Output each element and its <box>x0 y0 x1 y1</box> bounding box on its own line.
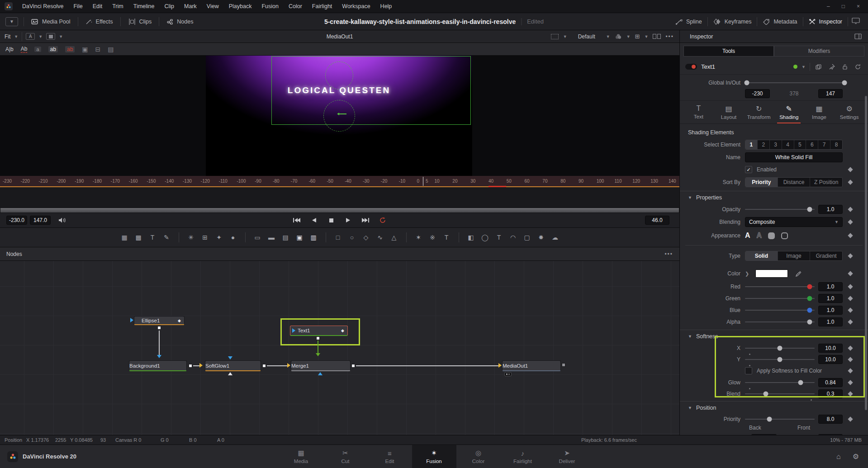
graph-node[interactable]: Merge1 <box>291 360 351 371</box>
blue-keyframe-diamond[interactable] <box>848 307 853 312</box>
window-control-icon[interactable]: □ <box>842 3 845 9</box>
fusion-tool-icon[interactable]: ◯ <box>478 232 492 243</box>
menu-item[interactable]: Edit <box>88 0 108 13</box>
graph-node[interactable]: Background1 <box>129 360 187 371</box>
range-end-handle[interactable] <box>842 80 847 85</box>
fusion-tool-icon[interactable]: ⊞ <box>198 232 212 243</box>
media-pool-button[interactable]: Media Pool <box>26 13 76 30</box>
softness-section-header[interactable]: ▼ Softness <box>680 330 868 342</box>
range-start-field[interactable]: -230.0 <box>6 216 27 225</box>
fusion-tool-icon[interactable]: △ <box>387 232 401 243</box>
time-ruler[interactable]: -230-220-210-200-190-180-170-160-150-140… <box>0 176 679 187</box>
fusion-tool-icon[interactable]: ▬ <box>265 232 279 243</box>
background-output-port[interactable] <box>189 364 192 368</box>
text-format-icon[interactable]: ▣ <box>82 46 88 53</box>
softness-y-value[interactable]: 10.0 <box>818 355 843 364</box>
color-keyframe-diamond[interactable] <box>848 271 853 276</box>
fusion-tool-icon[interactable]: ✦ <box>212 232 226 243</box>
ellipse-input-port[interactable] <box>130 318 133 322</box>
menu-item[interactable]: Fusion <box>256 0 284 13</box>
inspector-section-tab[interactable]: ▤ Layout <box>717 104 740 123</box>
softglow-mask-port[interactable] <box>228 372 232 375</box>
sort-keyframe-diamond[interactable] <box>848 180 853 184</box>
input-triangle-icon[interactable] <box>498 363 502 368</box>
ellipse-output-port[interactable] <box>157 326 161 330</box>
page-tab[interactable]: ≡ Edit <box>368 445 412 468</box>
graph-node[interactable]: Text1 ◆ <box>290 326 348 336</box>
blue-value[interactable]: 1.0 <box>818 306 843 315</box>
audio-mute-icon[interactable] <box>58 217 67 224</box>
viewer-options-menu[interactable]: ••• <box>665 33 674 40</box>
position-section-header[interactable]: ▼ Position <box>680 401 868 414</box>
fusion-tool-icon[interactable]: ○ <box>345 232 359 243</box>
loop-button[interactable] <box>377 215 388 225</box>
menu-item[interactable]: Trim <box>107 0 128 13</box>
color-wheels-icon[interactable] <box>615 33 622 39</box>
inspector-section-tab[interactable]: ✎ Shading <box>777 104 801 123</box>
clips-button[interactable]: Clips <box>123 13 157 30</box>
graph-node[interactable]: Ellipse1 ◆ <box>134 316 185 325</box>
roi-icon[interactable] <box>551 34 559 39</box>
inspector-panel-icon[interactable] <box>854 33 862 39</box>
type-keyframe-diamond[interactable] <box>848 253 853 258</box>
fusion-tool-icon[interactable]: ● <box>226 232 240 243</box>
sort-option-button[interactable]: Z Position <box>810 178 842 187</box>
red-keyframe-diamond[interactable] <box>848 284 853 289</box>
sort-option-button[interactable]: Distance <box>778 178 811 187</box>
lut-select[interactable]: Default <box>572 33 602 40</box>
effects-button[interactable]: Effects <box>80 13 119 30</box>
merge-output-port[interactable] <box>351 364 355 368</box>
priority-value[interactable]: 8.0 <box>818 415 843 424</box>
menu-item[interactable]: File <box>68 0 87 13</box>
copy-settings-icon[interactable] <box>814 64 823 70</box>
element-segment-button[interactable]: 5 <box>794 140 806 149</box>
menu-item[interactable]: Color <box>284 0 307 13</box>
fusion-tool-icon[interactable]: T <box>440 232 454 243</box>
range-end-field[interactable]: 147.0 <box>30 216 51 225</box>
viewer-canvas[interactable]: LOGICAL QUESTEN <box>0 56 679 176</box>
alpha-keyframe-diamond[interactable] <box>848 319 853 324</box>
graph-node[interactable]: SoftGlow1 <box>205 360 261 371</box>
fusion-tool-icon[interactable]: ▢ <box>520 232 534 243</box>
appearance-fill-shape-button[interactable] <box>768 232 775 239</box>
fusion-tool-icon[interactable]: T <box>492 232 506 243</box>
softglow-output-port[interactable] <box>262 364 266 368</box>
sort-option-button[interactable]: Priority <box>745 178 778 187</box>
nodes-button[interactable]: Nodes <box>161 13 199 30</box>
fusion-tool-icon[interactable]: ▦ <box>118 232 132 243</box>
window-control-icon[interactable]: – <box>827 3 830 9</box>
enabled-checkbox[interactable]: ✓ <box>745 166 752 173</box>
glow-keyframe-diamond[interactable] <box>848 380 853 385</box>
graph-node[interactable]: MediaOut1 <box>502 360 561 371</box>
enabled-keyframe-diamond[interactable] <box>848 167 853 172</box>
page-tab[interactable]: ♪ Fairlight <box>501 445 545 468</box>
timeline-scrollbar[interactable] <box>0 208 679 213</box>
menu-item[interactable]: Timeline <box>128 0 160 13</box>
priority-slider[interactable] <box>745 419 815 420</box>
play-reverse-button[interactable] <box>308 215 319 225</box>
metadata-button[interactable]: Metadata <box>757 13 802 30</box>
inspector-section-tab[interactable]: ⚙ Settings <box>838 104 861 123</box>
input-triangle-icon[interactable] <box>287 363 290 368</box>
opacity-value[interactable]: 1.0 <box>818 205 843 214</box>
menu-item[interactable]: Clip <box>160 0 180 13</box>
blending-keyframe-diamond[interactable] <box>848 219 853 224</box>
fusion-tool-icon[interactable]: ▥ <box>307 232 321 243</box>
type-option-button[interactable]: Image <box>778 251 811 260</box>
page-tab[interactable]: ✂ Cut <box>323 445 368 468</box>
menu-item[interactable]: Playback <box>224 0 257 13</box>
inspector-section-tab[interactable]: ▦ Image <box>807 104 831 123</box>
fusion-tool-icon[interactable]: ※ <box>426 232 440 243</box>
text-format-icon[interactable]: A|b <box>5 46 14 52</box>
softness-x-value[interactable]: 10.0 <box>818 344 843 353</box>
panel-toggle-button[interactable]: ▼ <box>5 17 18 26</box>
blend-slider[interactable] <box>745 393 815 394</box>
node-enable-toggle[interactable] <box>685 64 697 70</box>
control-circle-overlay[interactable] <box>323 100 355 132</box>
appearance-outline-button[interactable]: A <box>757 232 762 240</box>
tab-modifiers[interactable]: Modifiers <box>774 46 864 57</box>
go-to-start-button[interactable] <box>291 215 302 225</box>
fusion-tool-icon[interactable]: ▩ <box>132 232 146 243</box>
fusion-tool-icon[interactable]: ◠ <box>506 232 520 243</box>
color-controls-button[interactable] <box>46 33 55 40</box>
